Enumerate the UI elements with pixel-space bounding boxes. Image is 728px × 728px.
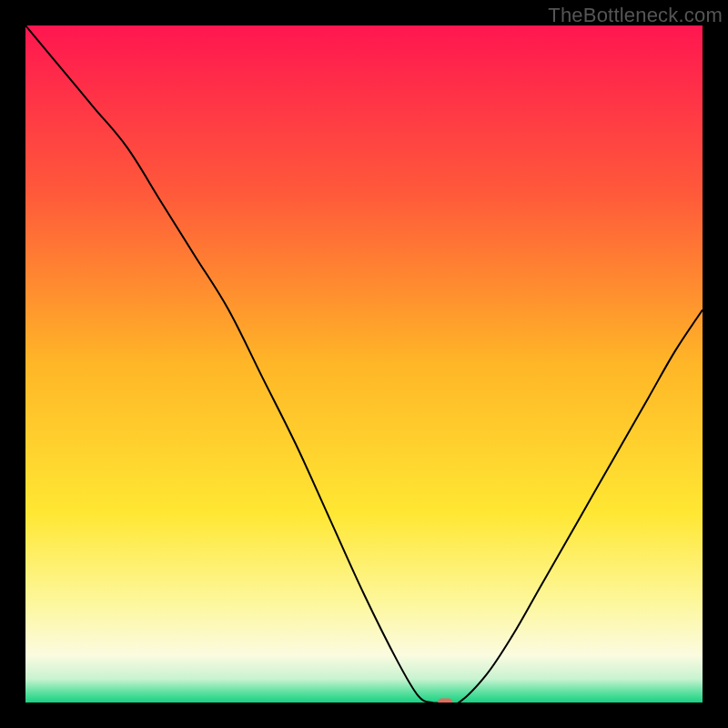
bottleneck-chart bbox=[25, 25, 703, 703]
watermark-text: TheBottleneck.com bbox=[548, 4, 723, 27]
plot-area bbox=[25, 25, 703, 703]
optimal-marker bbox=[438, 699, 452, 703]
chart-background bbox=[25, 25, 703, 703]
chart-frame: TheBottleneck.com bbox=[0, 0, 728, 728]
